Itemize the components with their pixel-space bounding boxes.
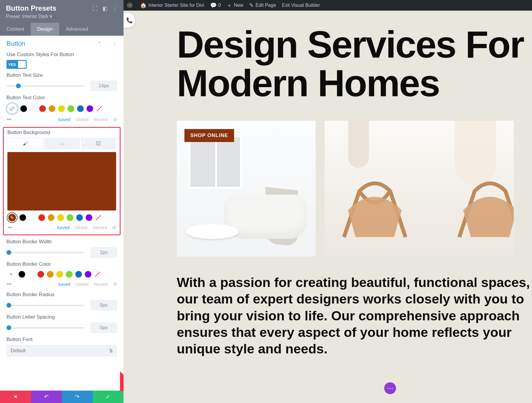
color-transparent[interactable] [94, 271, 101, 278]
border-width-label: Button Border Width [7, 239, 117, 245]
more-colors-icon[interactable]: ••• [7, 281, 11, 288]
color-recent-tab[interactable]: Recent [94, 282, 108, 287]
color-transparent[interactable] [96, 105, 103, 112]
color-saved-tab[interactable]: Saved [57, 225, 70, 230]
color-purple[interactable] [86, 105, 93, 112]
builder-fab[interactable]: ⋯ [384, 382, 396, 394]
eyedropper-button[interactable]: ✎ [7, 213, 17, 222]
color-green[interactable] [67, 105, 74, 112]
more-colors-icon[interactable]: ••• [7, 224, 12, 231]
border-width-slider[interactable] [7, 252, 85, 253]
select-arrows-icon: ⇅ [109, 348, 113, 354]
section-button[interactable]: Button [7, 40, 25, 48]
redo-button[interactable]: ↷ [62, 391, 93, 403]
panel-tabs: Content Design Advanced [0, 23, 124, 36]
text-size-value[interactable]: 14px [90, 81, 117, 91]
bg-tab-color[interactable]: 🖌 [7, 138, 43, 149]
color-red[interactable] [39, 105, 46, 112]
color-red[interactable] [38, 214, 45, 221]
color-global-tab[interactable]: Global [76, 117, 88, 122]
color-white[interactable] [30, 105, 37, 112]
color-purple[interactable] [85, 271, 92, 278]
color-orange[interactable] [48, 105, 56, 112]
color-global-tab[interactable]: Global [75, 225, 87, 230]
bg-color-palette: ✎ [7, 213, 116, 222]
color-blue[interactable] [76, 214, 83, 221]
color-white[interactable] [28, 271, 35, 278]
letter-spacing-value[interactable]: 0px [90, 322, 117, 333]
edit-page-link[interactable]: ✎Edit Page [249, 2, 276, 9]
color-settings-icon[interactable]: ⚙ [113, 282, 117, 287]
border-radius-value[interactable]: 0px [90, 300, 117, 311]
bg-tab-gradient[interactable]: ▭ [44, 138, 80, 149]
tab-advanced[interactable]: Advanced [59, 23, 95, 36]
color-orange[interactable] [47, 271, 54, 278]
close-icon: ✕ [13, 394, 18, 400]
color-yellow[interactable] [58, 105, 65, 112]
eyedropper-button[interactable]: ✎ [7, 270, 16, 279]
custom-styles-toggle[interactable]: YES [7, 60, 27, 69]
font-select[interactable]: Default ⇅ [7, 345, 117, 357]
color-white[interactable] [29, 214, 36, 221]
color-yellow[interactable] [57, 214, 64, 221]
redo-icon: ↷ [75, 394, 80, 400]
pencil-icon: ✎ [249, 2, 254, 9]
undo-icon: ↶ [44, 394, 48, 400]
discard-button[interactable]: ✕ [0, 391, 31, 403]
wordpress-icon: ⓦ [127, 2, 132, 9]
more-colors-icon[interactable]: ••• [7, 116, 11, 123]
expand-icon[interactable]: ⛶ [93, 6, 98, 12]
color-recent-tab[interactable]: Recent [93, 225, 107, 230]
color-blue[interactable] [77, 105, 84, 112]
comment-icon: 💬 [210, 2, 217, 9]
bg-color-preview[interactable] [7, 152, 116, 211]
color-global-tab[interactable]: Global [76, 282, 88, 287]
color-recent-tab[interactable]: Recent [94, 117, 108, 122]
comments-link[interactable]: 💬0 [210, 2, 221, 9]
color-yellow[interactable] [56, 271, 63, 278]
border-radius-slider[interactable] [7, 305, 85, 306]
menu-dots-icon[interactable]: ⋮ [112, 5, 118, 12]
border-color-palette: ✎ [7, 270, 117, 279]
text-size-slider[interactable] [7, 85, 85, 87]
shop-online-button[interactable]: SHOP ONLINE [184, 129, 234, 142]
color-orange[interactable] [48, 214, 55, 221]
tab-design[interactable]: Design [31, 23, 59, 36]
check-icon: ✓ [106, 394, 110, 400]
color-settings-icon[interactable]: ⚙ [112, 225, 116, 230]
new-content-link[interactable]: ＋New [227, 2, 243, 9]
color-settings-icon[interactable]: ⚙ [113, 117, 117, 122]
page-headline: Design Services For Modern Homes [177, 25, 532, 102]
site-name-link[interactable]: 🏠Interior Starter Site for Divi [140, 2, 204, 9]
letter-spacing-slider[interactable] [7, 327, 85, 329]
color-black[interactable] [20, 105, 27, 112]
color-purple[interactable] [85, 214, 93, 221]
undo-button[interactable]: ↶ [31, 391, 62, 403]
color-black[interactable] [18, 271, 25, 278]
bg-tab-image[interactable]: 🖼 [81, 138, 116, 149]
home-icon: 🏠 [140, 2, 147, 9]
color-saved-tab[interactable]: Saved [58, 282, 71, 287]
collapse-icon[interactable]: ⌃ [98, 41, 101, 47]
border-width-value[interactable]: 2px [90, 247, 117, 258]
dock-icon[interactable]: ◧ [103, 5, 108, 12]
section-menu-icon[interactable]: ⋮ [112, 41, 117, 47]
color-black[interactable] [19, 214, 26, 221]
color-green[interactable] [66, 214, 74, 221]
panel-body: Button ⌃ ⋮ Use Custom Styles For Button … [0, 36, 124, 403]
color-green[interactable] [66, 271, 73, 278]
preset-selector[interactable]: Preset: Interior Dark ▾ [6, 14, 56, 19]
color-blue[interactable] [75, 271, 82, 278]
font-label: Button Font [7, 337, 117, 342]
wp-logo[interactable]: ⓦ [127, 2, 134, 9]
exit-visual-builder-link[interactable]: Exit Visual Builder [282, 3, 320, 8]
page-preview: Design Services For Modern Homes SHOP ON… [124, 11, 532, 403]
color-picker-button[interactable] [7, 103, 18, 114]
save-button[interactable]: ✓ [93, 391, 124, 403]
color-red[interactable] [37, 271, 44, 278]
tab-content[interactable]: Content [0, 23, 31, 36]
text-color-palette [7, 103, 117, 114]
plus-icon: ＋ [227, 2, 232, 9]
color-saved-tab[interactable]: Saved [58, 117, 71, 122]
color-transparent[interactable] [95, 214, 102, 221]
